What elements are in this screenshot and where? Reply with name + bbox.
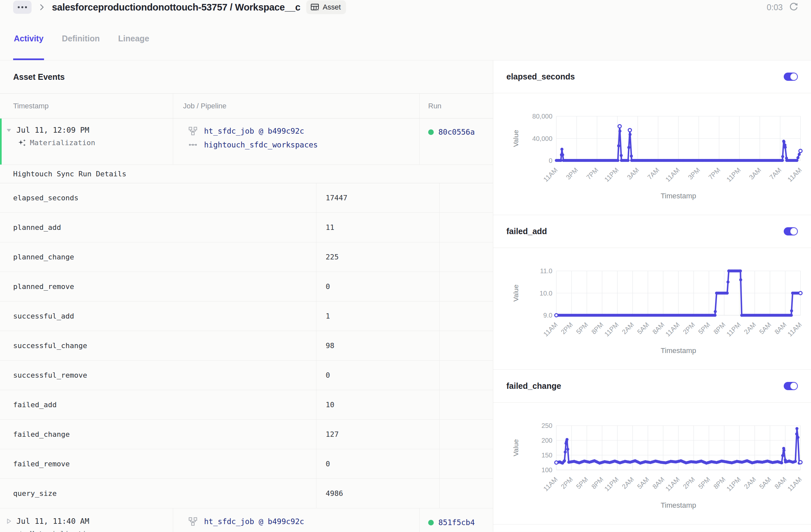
detail-empty-cell (439, 390, 493, 419)
detail-row: successful_add1 (0, 301, 493, 331)
chart-title: failed_add (506, 226, 547, 236)
detail-empty-cell (439, 331, 493, 360)
svg-text:200: 200 (541, 437, 552, 444)
svg-text:5PM: 5PM (697, 475, 712, 490)
svg-text:11PM: 11PM (725, 321, 742, 338)
materialization-sparkle-icon (18, 529, 27, 532)
svg-text:3PM: 3PM (565, 166, 579, 181)
content: Asset Events Timestamp Job / Pipeline Ru… (0, 60, 811, 532)
detail-row: elapsed_seconds17447 (0, 183, 493, 213)
materialization-sparkle-icon (18, 138, 27, 147)
chart-title: elapsed_seconds (506, 72, 575, 81)
run-cell: 80c0556a (419, 119, 493, 165)
svg-text:2AM: 2AM (621, 475, 635, 490)
table-row[interactable]: Jul 11, 11:40 AM Materialization (0, 508, 493, 532)
detail-value: 10 (316, 390, 439, 419)
detail-empty-cell (439, 361, 493, 390)
svg-text:40,000: 40,000 (532, 135, 552, 142)
chart-header-elapsed_seconds: elapsed_seconds (493, 60, 811, 93)
svg-text:10.0: 10.0 (539, 290, 552, 297)
pipeline-link[interactable]: hightouch_sfdc_workspaces (204, 141, 318, 149)
job-link[interactable]: ht_sfdc_job @ b499c92c (204, 127, 304, 135)
more-options-button[interactable] (13, 1, 32, 14)
sync-run-details-title: Hightouch Sync Run Details (0, 165, 493, 183)
svg-text:11AM: 11AM (786, 321, 803, 338)
detail-value: 98 (316, 331, 439, 360)
asset-badge: Asset (306, 0, 346, 14)
tab-lineage[interactable]: Lineage (118, 17, 149, 60)
svg-text:9.0: 9.0 (543, 312, 552, 319)
tabs: ActivityDefinitionLineage (0, 17, 811, 60)
pipeline-icon (188, 531, 198, 532)
svg-text:11AM: 11AM (542, 475, 558, 492)
svg-text:7AM: 7AM (646, 166, 661, 181)
column-header-run: Run (419, 94, 493, 118)
chart-visibility-toggle[interactable] (784, 227, 798, 235)
svg-text:11AM: 11AM (664, 475, 681, 492)
detail-row: planned_remove0 (0, 272, 493, 301)
svg-text:11PM: 11PM (725, 475, 742, 492)
detail-empty-cell (439, 213, 493, 242)
dot-icon (21, 6, 23, 8)
detail-key: failed_add (0, 390, 316, 419)
column-header-job-pipeline: Job / Pipeline (173, 94, 419, 118)
job-link[interactable]: ht_sfdc_job @ b499c92c (204, 517, 304, 526)
svg-text:11AM: 11AM (542, 321, 558, 338)
svg-text:150: 150 (541, 452, 552, 459)
event-timestamp: Jul 11, 12:09 PM (16, 126, 89, 134)
svg-text:11AM: 11AM (786, 475, 803, 492)
run-id-link[interactable]: 851f5cb4 (438, 518, 475, 527)
table-row[interactable]: Jul 11, 12:09 PM Materialization (0, 119, 493, 165)
svg-text:2AM: 2AM (743, 321, 758, 335)
svg-text:100: 100 (541, 466, 552, 473)
timestamp-cell: Jul 11, 11:40 AM Materialization (0, 508, 173, 532)
detail-value: 225 (316, 242, 439, 271)
line-chart: 9.010.011.011AM2PM5PM8PM11PM2AM5AM8AM11A… (493, 248, 807, 368)
svg-text:11AM: 11AM (664, 321, 681, 338)
svg-text:11AM: 11AM (542, 166, 558, 183)
svg-text:80,000: 80,000 (532, 113, 552, 120)
column-header-timestamp: Timestamp (0, 94, 173, 118)
svg-text:5AM: 5AM (758, 475, 772, 490)
svg-text:2PM: 2PM (560, 475, 575, 490)
chart-failed_change: 10015020025011AM2PM5PM8PM11PM2AM5AM8AM11… (493, 403, 811, 525)
svg-text:8AM: 8AM (651, 321, 666, 335)
detail-row: failed_add10 (0, 390, 493, 420)
line-chart: 040,00080,00011AM3PM7PM11PM3AM7AM11AM3PM… (493, 93, 807, 214)
detail-value: 17447 (316, 183, 439, 213)
sync-run-details-table: elapsed_seconds17447planned_add11planned… (0, 183, 493, 508)
run-status-dot (428, 129, 434, 135)
tab-activity[interactable]: Activity (14, 17, 43, 60)
collapse-triangle-icon[interactable] (5, 126, 13, 134)
run-id-link[interactable]: 80c0556a (438, 128, 475, 136)
chart-visibility-toggle[interactable] (784, 382, 798, 390)
run-cell: 851f5cb4 (419, 508, 493, 532)
svg-text:2PM: 2PM (560, 321, 575, 335)
detail-value: 0 (316, 272, 439, 301)
svg-text:2PM: 2PM (682, 475, 696, 490)
refresh-icon[interactable] (789, 2, 798, 12)
metric-charts-panel: elapsed_seconds040,00080,00011AM3PM7PM11… (493, 60, 811, 532)
detail-empty-cell (439, 420, 493, 449)
detail-key: successful_change (0, 331, 316, 360)
svg-text:Value: Value (512, 439, 520, 456)
expand-triangle-icon[interactable] (5, 518, 13, 525)
job-icon (188, 517, 198, 526)
tab-definition[interactable]: Definition (62, 17, 100, 60)
row-active-indicator (0, 119, 2, 165)
svg-text:5AM: 5AM (758, 321, 772, 335)
event-timestamp: Jul 11, 11:40 AM (16, 517, 89, 526)
svg-text:Value: Value (512, 130, 520, 147)
chart-visibility-toggle[interactable] (784, 73, 798, 81)
svg-text:11.0: 11.0 (540, 267, 552, 275)
event-type: Materialization (30, 139, 95, 147)
refresh-timer: 0:03 (767, 3, 783, 12)
detail-key: failed_change (0, 420, 316, 449)
svg-text:Timestamp: Timestamp (661, 346, 696, 355)
detail-empty-cell (439, 183, 493, 213)
svg-text:5PM: 5PM (575, 321, 590, 335)
asset-table-icon (310, 3, 319, 12)
svg-text:11PM: 11PM (603, 166, 620, 183)
svg-text:Timestamp: Timestamp (661, 192, 696, 200)
detail-row: failed_remove0 (0, 449, 493, 479)
